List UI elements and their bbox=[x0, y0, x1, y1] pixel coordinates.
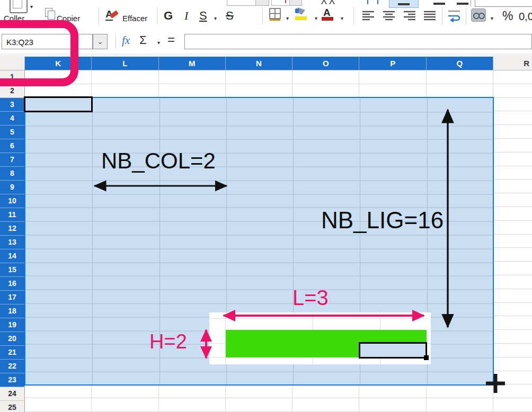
formula-input[interactable] bbox=[184, 34, 532, 49]
formula-bar: K3:Q23 ⌄ fx Σ ▾ = bbox=[0, 30, 532, 54]
row-header[interactable]: 19 bbox=[0, 318, 25, 332]
borders-dropdown-icon[interactable]: ▾ bbox=[286, 16, 289, 21]
column-header[interactable]: K bbox=[25, 57, 92, 70]
row-header[interactable]: 8 bbox=[0, 167, 25, 181]
row-header[interactable]: 4 bbox=[0, 112, 25, 126]
row-header[interactable]: 15 bbox=[0, 263, 25, 277]
row-header[interactable]: 3 bbox=[0, 98, 25, 112]
align-left-icon[interactable] bbox=[362, 11, 376, 21]
shrink-font-icon[interactable] bbox=[329, 0, 335, 4]
number-format-button[interactable]: 0,00 bbox=[519, 11, 532, 23]
grow-font-icon[interactable] bbox=[321, 0, 327, 4]
row-header[interactable]: 12 bbox=[0, 222, 25, 236]
underline-dropdown-icon[interactable]: ▾ bbox=[214, 16, 217, 21]
separator bbox=[99, 7, 99, 24]
row-header[interactable]: 16 bbox=[0, 277, 25, 291]
clear-button[interactable]: Effacer bbox=[122, 14, 147, 23]
row-header[interactable]: 1 bbox=[0, 70, 25, 84]
spreadsheet-window: ▾ Coller Copier A Effacer G I S ▾ S ▾ bbox=[0, 0, 532, 412]
fill-handle[interactable] bbox=[424, 355, 429, 360]
active-cell-k3[interactable] bbox=[24, 96, 93, 112]
row-header[interactable]: 25 bbox=[0, 401, 25, 412]
separator bbox=[116, 35, 116, 49]
separator bbox=[157, 7, 157, 24]
annotation-height: H=2 bbox=[149, 330, 187, 353]
sum-dropdown-icon[interactable]: ▾ bbox=[157, 40, 160, 46]
separator bbox=[262, 7, 263, 24]
toolbar: ▾ Coller Copier A Effacer G I S ▾ S ▾ bbox=[0, 0, 532, 31]
row-header[interactable]: 23 bbox=[0, 373, 25, 387]
bold-button[interactable]: G bbox=[164, 9, 173, 23]
annotation-nb-lig: NB_LIG=16 bbox=[321, 207, 444, 234]
copy-button[interactable]: Copier bbox=[57, 14, 80, 23]
row-headers: 1234567891011121314151617181920212223242… bbox=[0, 70, 25, 412]
row-header[interactable]: 2 bbox=[0, 84, 25, 98]
column-header[interactable]: L bbox=[92, 57, 158, 70]
separator bbox=[442, 7, 442, 24]
name-box-dropdown-icon[interactable]: ⌄ bbox=[93, 34, 108, 49]
strikethrough-button[interactable]: S bbox=[226, 9, 234, 23]
row-header[interactable]: 18 bbox=[0, 304, 25, 318]
select-all-corner[interactable] bbox=[0, 57, 25, 70]
font-color-icon[interactable]: A bbox=[322, 8, 334, 22]
separator bbox=[466, 7, 466, 24]
icon-fragment[interactable] bbox=[457, 3, 468, 5]
row-header[interactable]: 6 bbox=[0, 139, 25, 153]
font-name-dropdown-fragment[interactable] bbox=[255, 0, 269, 6]
column-header[interactable]: R bbox=[493, 57, 532, 70]
align-justify-icon[interactable] bbox=[423, 11, 437, 21]
annotation-width: L=3 bbox=[292, 286, 329, 310]
cursor-fragment bbox=[285, 0, 286, 3]
paste-dropdown-icon[interactable]: ▾ bbox=[30, 4, 33, 10]
row-header[interactable]: 17 bbox=[0, 291, 25, 304]
entry-box-fragment[interactable] bbox=[475, 0, 532, 7]
currency-dropdown-icon[interactable]: ▾ bbox=[491, 16, 493, 21]
row-header[interactable]: 9 bbox=[0, 181, 25, 194]
percent-format-button[interactable]: % bbox=[502, 9, 513, 23]
icon-fragment[interactable] bbox=[433, 3, 445, 5]
row-header[interactable]: 14 bbox=[0, 249, 25, 263]
active-toggle-fragment[interactable] bbox=[389, 0, 419, 8]
row-header[interactable]: 24 bbox=[0, 387, 25, 401]
paste-icon[interactable] bbox=[10, 0, 28, 13]
wrap-text-icon[interactable] bbox=[447, 10, 462, 22]
separator bbox=[353, 7, 354, 24]
column-header[interactable]: M bbox=[159, 57, 226, 70]
column-headers: KLMNOPQR bbox=[25, 57, 532, 70]
icon-fragment bbox=[377, 0, 378, 4]
row-header[interactable]: 11 bbox=[0, 208, 25, 222]
row-header[interactable]: 13 bbox=[0, 236, 25, 249]
column-header[interactable]: Q bbox=[427, 57, 493, 70]
column-header[interactable]: P bbox=[359, 57, 426, 70]
paste-button[interactable]: Coller bbox=[4, 14, 24, 23]
row-header[interactable]: 10 bbox=[0, 194, 25, 208]
row-header[interactable]: 7 bbox=[0, 153, 25, 167]
font-size-dropdown-fragment[interactable] bbox=[289, 0, 302, 6]
column-header[interactable]: O bbox=[292, 57, 359, 70]
italic-button[interactable]: I bbox=[184, 9, 188, 23]
annotation-nb-col: NB_COL=2 bbox=[101, 148, 216, 174]
copy-icon[interactable] bbox=[45, 8, 56, 19]
row-header[interactable]: 21 bbox=[0, 346, 25, 360]
row-header[interactable]: 22 bbox=[0, 360, 25, 373]
sum-icon[interactable]: Σ bbox=[139, 33, 147, 47]
row-header[interactable]: 5 bbox=[0, 126, 25, 139]
borders-icon[interactable] bbox=[269, 8, 282, 21]
function-wizard-icon[interactable]: fx bbox=[122, 34, 130, 47]
example-active-cell bbox=[359, 342, 427, 359]
equals-icon[interactable]: = bbox=[167, 32, 175, 47]
currency-format-icon[interactable] bbox=[471, 8, 486, 22]
separator bbox=[471, 0, 471, 6]
align-center-icon[interactable] bbox=[383, 11, 396, 21]
column-header[interactable]: N bbox=[226, 57, 292, 70]
background-color-dropdown-icon[interactable]: ▾ bbox=[315, 16, 317, 21]
align-right-icon[interactable] bbox=[403, 11, 417, 21]
font-color-dropdown-icon[interactable]: ▾ bbox=[341, 16, 343, 21]
icon-fragment bbox=[367, 0, 368, 4]
background-color-icon[interactable] bbox=[295, 7, 308, 21]
name-box[interactable]: K3:Q23 bbox=[2, 34, 93, 49]
underline-button[interactable]: S bbox=[199, 9, 207, 23]
clear-formatting-icon[interactable]: A bbox=[105, 9, 119, 21]
row-header[interactable]: 20 bbox=[0, 332, 25, 346]
